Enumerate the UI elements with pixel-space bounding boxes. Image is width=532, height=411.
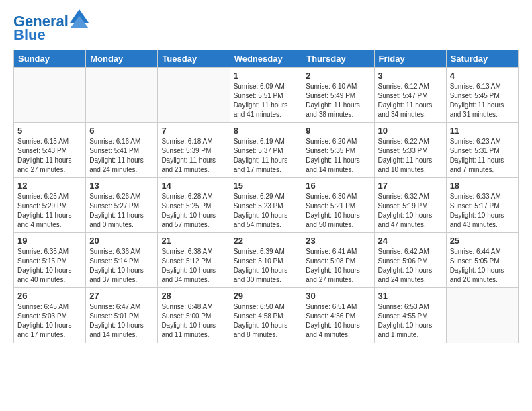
day-number: 25 <box>450 236 515 246</box>
day-number: 27 <box>89 291 154 301</box>
day-number: 28 <box>161 291 226 301</box>
calendar-table: SundayMondayTuesdayWednesdayThursdayFrid… <box>13 50 519 343</box>
day-number: 6 <box>89 126 154 136</box>
calendar-day-cell <box>158 68 230 123</box>
calendar-day-cell: 14Sunrise: 6:28 AM Sunset: 5:25 PM Dayli… <box>158 178 230 233</box>
day-info: Sunrise: 6:15 AM Sunset: 5:43 PM Dayligh… <box>17 137 82 175</box>
calendar-day-cell: 28Sunrise: 6:48 AM Sunset: 5:00 PM Dayli… <box>158 288 230 343</box>
calendar-day-cell: 20Sunrise: 6:36 AM Sunset: 5:14 PM Dayli… <box>86 233 158 288</box>
day-info: Sunrise: 6:35 AM Sunset: 5:15 PM Dayligh… <box>17 247 82 285</box>
day-info: Sunrise: 6:44 AM Sunset: 5:05 PM Dayligh… <box>450 247 515 285</box>
calendar-day-header: Monday <box>86 50 158 68</box>
day-number: 21 <box>161 236 226 246</box>
day-number: 12 <box>17 181 82 191</box>
calendar-day-cell: 30Sunrise: 6:51 AM Sunset: 4:56 PM Dayli… <box>302 288 374 343</box>
day-info: Sunrise: 6:16 AM Sunset: 5:41 PM Dayligh… <box>89 137 154 175</box>
day-info: Sunrise: 6:39 AM Sunset: 5:10 PM Dayligh… <box>234 247 299 285</box>
day-info: Sunrise: 6:29 AM Sunset: 5:23 PM Dayligh… <box>234 192 299 230</box>
calendar-day-cell: 9Sunrise: 6:20 AM Sunset: 5:35 PM Daylig… <box>302 123 374 178</box>
calendar-day-cell: 11Sunrise: 6:23 AM Sunset: 5:31 PM Dayli… <box>446 123 518 178</box>
day-number: 4 <box>450 71 515 81</box>
logo: General Blue <box>13 13 89 43</box>
day-number: 23 <box>306 236 370 246</box>
day-info: Sunrise: 6:33 AM Sunset: 5:17 PM Dayligh… <box>450 192 515 230</box>
calendar-day-cell: 22Sunrise: 6:39 AM Sunset: 5:10 PM Dayli… <box>230 233 302 288</box>
day-info: Sunrise: 6:50 AM Sunset: 4:58 PM Dayligh… <box>234 302 299 340</box>
calendar-day-header: Tuesday <box>158 50 230 68</box>
calendar-day-cell: 19Sunrise: 6:35 AM Sunset: 5:15 PM Dayli… <box>14 233 86 288</box>
calendar-day-cell: 8Sunrise: 6:19 AM Sunset: 5:37 PM Daylig… <box>230 123 302 178</box>
day-number: 11 <box>450 126 515 136</box>
calendar-day-cell: 7Sunrise: 6:18 AM Sunset: 5:39 PM Daylig… <box>158 123 230 178</box>
calendar-day-cell: 12Sunrise: 6:25 AM Sunset: 5:29 PM Dayli… <box>14 178 86 233</box>
calendar-day-header: Thursday <box>302 50 374 68</box>
day-info: Sunrise: 6:20 AM Sunset: 5:35 PM Dayligh… <box>306 137 370 175</box>
day-number: 7 <box>161 126 226 136</box>
day-number: 18 <box>450 181 515 191</box>
calendar-day-cell: 29Sunrise: 6:50 AM Sunset: 4:58 PM Dayli… <box>230 288 302 343</box>
calendar-day-cell: 16Sunrise: 6:30 AM Sunset: 5:21 PM Dayli… <box>302 178 374 233</box>
calendar-day-cell: 10Sunrise: 6:22 AM Sunset: 5:33 PM Dayli… <box>374 123 446 178</box>
day-number: 19 <box>17 236 82 246</box>
day-number: 24 <box>378 236 443 246</box>
day-info: Sunrise: 6:23 AM Sunset: 5:31 PM Dayligh… <box>450 137 515 175</box>
day-info: Sunrise: 6:13 AM Sunset: 5:45 PM Dayligh… <box>450 82 515 120</box>
calendar-day-cell: 2Sunrise: 6:10 AM Sunset: 5:49 PM Daylig… <box>302 68 374 123</box>
day-info: Sunrise: 6:53 AM Sunset: 4:55 PM Dayligh… <box>378 302 443 340</box>
day-info: Sunrise: 6:36 AM Sunset: 5:14 PM Dayligh… <box>89 247 154 285</box>
day-info: Sunrise: 6:12 AM Sunset: 5:47 PM Dayligh… <box>378 82 443 120</box>
calendar-day-cell <box>86 68 158 123</box>
calendar-day-header: Friday <box>374 50 446 68</box>
day-info: Sunrise: 6:09 AM Sunset: 5:51 PM Dayligh… <box>234 82 299 120</box>
calendar-day-cell: 5Sunrise: 6:15 AM Sunset: 5:43 PM Daylig… <box>14 123 86 178</box>
day-info: Sunrise: 6:42 AM Sunset: 5:06 PM Dayligh… <box>378 247 443 285</box>
calendar-day-cell: 13Sunrise: 6:26 AM Sunset: 5:27 PM Dayli… <box>86 178 158 233</box>
day-info: Sunrise: 6:51 AM Sunset: 4:56 PM Dayligh… <box>306 302 370 340</box>
calendar-day-cell: 6Sunrise: 6:16 AM Sunset: 5:41 PM Daylig… <box>86 123 158 178</box>
calendar-day-cell: 17Sunrise: 6:32 AM Sunset: 5:19 PM Dayli… <box>374 178 446 233</box>
calendar-day-cell: 24Sunrise: 6:42 AM Sunset: 5:06 PM Dayli… <box>374 233 446 288</box>
day-number: 13 <box>89 181 154 191</box>
day-info: Sunrise: 6:19 AM Sunset: 5:37 PM Dayligh… <box>234 137 299 175</box>
day-info: Sunrise: 6:22 AM Sunset: 5:33 PM Dayligh… <box>378 137 443 175</box>
day-number: 26 <box>17 291 82 301</box>
calendar-day-cell <box>14 68 86 123</box>
calendar-day-cell: 31Sunrise: 6:53 AM Sunset: 4:55 PM Dayli… <box>374 288 446 343</box>
day-number: 1 <box>234 71 299 81</box>
calendar-day-header: Wednesday <box>230 50 302 68</box>
day-number: 17 <box>378 181 443 191</box>
day-info: Sunrise: 6:48 AM Sunset: 5:00 PM Dayligh… <box>161 302 226 340</box>
day-info: Sunrise: 6:28 AM Sunset: 5:25 PM Dayligh… <box>161 192 226 230</box>
day-number: 22 <box>234 236 299 246</box>
day-info: Sunrise: 6:41 AM Sunset: 5:08 PM Dayligh… <box>306 247 370 285</box>
day-info: Sunrise: 6:38 AM Sunset: 5:12 PM Dayligh… <box>161 247 226 285</box>
calendar-week-row: 19Sunrise: 6:35 AM Sunset: 5:15 PM Dayli… <box>14 233 519 288</box>
day-number: 9 <box>306 126 370 136</box>
day-info: Sunrise: 6:26 AM Sunset: 5:27 PM Dayligh… <box>89 192 154 230</box>
calendar-week-row: 5Sunrise: 6:15 AM Sunset: 5:43 PM Daylig… <box>14 123 519 178</box>
calendar-day-header: Sunday <box>14 50 86 68</box>
logo-icon <box>70 9 89 28</box>
day-number: 14 <box>161 181 226 191</box>
calendar-day-header: Saturday <box>446 50 518 68</box>
day-info: Sunrise: 6:10 AM Sunset: 5:49 PM Dayligh… <box>306 82 370 120</box>
calendar-day-cell: 3Sunrise: 6:12 AM Sunset: 5:47 PM Daylig… <box>374 68 446 123</box>
day-info: Sunrise: 6:18 AM Sunset: 5:39 PM Dayligh… <box>161 137 226 175</box>
calendar-header-row: SundayMondayTuesdayWednesdayThursdayFrid… <box>14 50 519 68</box>
calendar-week-row: 1Sunrise: 6:09 AM Sunset: 5:51 PM Daylig… <box>14 68 519 123</box>
calendar-day-cell: 18Sunrise: 6:33 AM Sunset: 5:17 PM Dayli… <box>446 178 518 233</box>
day-info: Sunrise: 6:32 AM Sunset: 5:19 PM Dayligh… <box>378 192 443 230</box>
day-number: 29 <box>234 291 299 301</box>
calendar-day-cell: 21Sunrise: 6:38 AM Sunset: 5:12 PM Dayli… <box>158 233 230 288</box>
calendar-day-cell: 15Sunrise: 6:29 AM Sunset: 5:23 PM Dayli… <box>230 178 302 233</box>
page-container: General Blue SundayMondayTuesdayWednesda… <box>0 0 532 350</box>
calendar-week-row: 26Sunrise: 6:45 AM Sunset: 5:03 PM Dayli… <box>14 288 519 343</box>
logo-blue: Blue <box>13 27 46 43</box>
day-info: Sunrise: 6:25 AM Sunset: 5:29 PM Dayligh… <box>17 192 82 230</box>
day-number: 31 <box>378 291 443 301</box>
day-info: Sunrise: 6:30 AM Sunset: 5:21 PM Dayligh… <box>306 192 370 230</box>
day-number: 10 <box>378 126 443 136</box>
day-info: Sunrise: 6:45 AM Sunset: 5:03 PM Dayligh… <box>17 302 82 340</box>
day-number: 8 <box>234 126 299 136</box>
calendar-day-cell: 1Sunrise: 6:09 AM Sunset: 5:51 PM Daylig… <box>230 68 302 123</box>
